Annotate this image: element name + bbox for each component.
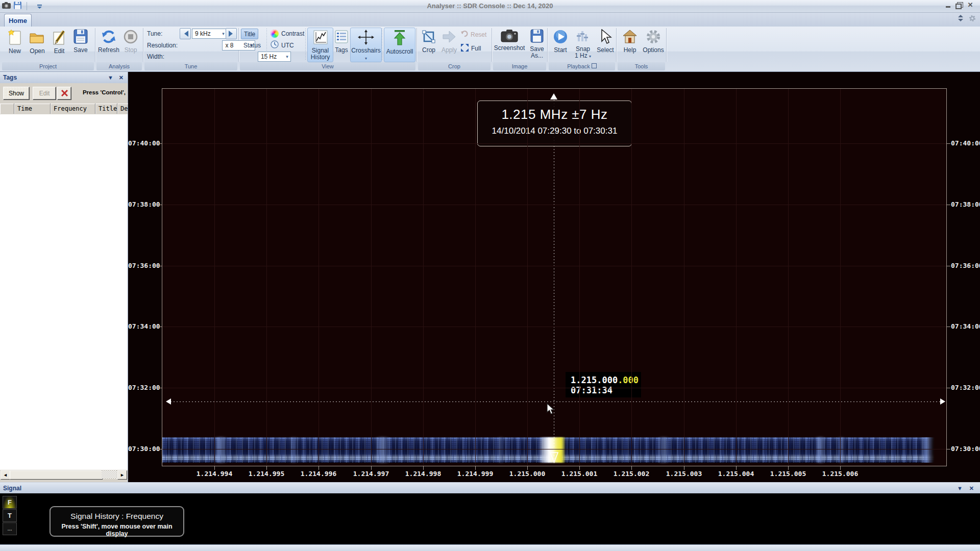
tags-panel-close-icon[interactable]: ✕ [119,72,124,83]
time-axis-label-right: 07:38:00 [951,201,980,208]
time-axis-tick [158,388,162,388]
reset-button[interactable]: Reset [460,30,486,39]
options-button[interactable]: Options [641,28,666,61]
freq-axis-tick [318,466,319,470]
show-button[interactable]: Show [3,87,30,100]
freq-axis-tick [423,466,424,470]
time-axis-label-left: 07:40:00 [128,139,158,147]
time-axis-label-left: 07:32:00 [128,384,158,391]
signal-panel-close-icon[interactable]: ✕ [969,483,974,494]
group-label-tune: Tune [144,62,237,70]
signal-panel: Signal ▼ ✕ F T ... Signal History : Freq… [0,483,980,544]
scrollbar-track[interactable] [102,470,117,479]
gear-icon[interactable] [969,15,976,24]
group-separator [416,28,417,62]
ribbon-tab-row: Home [0,13,980,27]
column-header-blank[interactable] [0,104,14,114]
signal-more-button[interactable]: ... [3,522,17,535]
signal-history-button[interactable]: Signal History [307,28,333,62]
clock-icon [271,40,281,50]
tune-right-button[interactable] [226,28,237,39]
play-icon [550,29,571,46]
full-expand-icon [460,43,471,54]
time-axis-label-left: 07:36:00 [128,262,158,269]
freq-axis-label: 1.215.003 [666,470,702,478]
freq-axis-label: 1.215.001 [561,470,598,478]
new-document-icon [4,29,26,47]
status-toggle[interactable]: Status [243,40,261,50]
edit-tag-button[interactable]: Edit [33,87,56,100]
tags-table-body[interactable] [0,114,128,469]
tags-panel-collapse-icon[interactable]: ▼ [108,72,113,83]
tags-button[interactable]: Tags [333,28,350,61]
group-separator [95,28,95,62]
contrast-wheel-icon [271,30,279,38]
scrollbar-thumb[interactable] [10,470,103,480]
freq-axis-label: 1.215.002 [613,470,650,478]
crosshairs-button[interactable]: Crosshairs ▾ [350,28,382,62]
close-button[interactable]: ✕ [966,2,975,9]
crosshairs-icon [351,30,381,46]
view-separator [305,29,306,60]
start-button[interactable]: Start [550,28,571,61]
crop-button[interactable]: Crop [419,28,439,61]
apply-button[interactable]: Apply [439,28,459,61]
scroll-right-button[interactable]: ► [117,470,127,480]
resolution-label: Resolution: [147,40,184,50]
save-as-button[interactable]: Save As... [528,28,546,61]
freq-axis-label: 1.214.999 [457,470,494,478]
width-combo[interactable]: 15 Hz▾ [258,52,291,62]
time-axis-tick [947,266,950,266]
restore-button[interactable] [954,2,964,9]
refresh-button[interactable]: Refresh [97,28,120,61]
save-button[interactable]: Save [70,28,91,61]
utc-toggle[interactable]: UTC [271,40,294,50]
edit-button[interactable]: Edit [48,28,70,61]
tags-hscrollbar[interactable]: ◄ ► [0,469,128,480]
open-button[interactable]: Open [27,28,48,61]
title-bar: Analyser :: SDR Console :: Dec 14, 2020 … [0,0,980,13]
column-header-title[interactable]: Title [95,104,117,114]
full-button[interactable]: Full [460,43,481,53]
tags-list-icon [333,29,350,46]
contrast-toggle[interactable]: Contrast [271,29,304,38]
tags-panel: Tags ▼ ✕ Show Edit Press 'Control', Time… [0,72,128,482]
signal-frequency-button[interactable]: F [3,496,17,509]
minimize-button[interactable] [943,2,952,9]
screenshot-button[interactable]: Screenshot [493,28,526,61]
new-button[interactable]: New [4,28,26,61]
title-toggle[interactable]: Title [241,29,258,39]
spectrogram-display[interactable]: 1.215 MHz ±7 Hz 14/10/2014 07:29:30 to 0… [128,72,980,482]
time-axis-label-right: 07:32:00 [951,384,980,391]
autoscroll-button[interactable]: Autoscroll [384,28,415,62]
tab-home[interactable]: Home [4,14,32,27]
time-axis-label-left: 07:34:00 [128,322,158,330]
column-header-frequency[interactable]: Frequency [51,104,95,114]
scroll-left-button[interactable]: ◄ [1,470,10,480]
playback-dialog-launcher-icon[interactable] [592,63,597,68]
stop-button[interactable]: Stop [120,28,141,61]
tune-label: Tune: [147,29,178,38]
tune-step-combo[interactable]: 9 kHz▾ [192,29,227,39]
tune-left-button[interactable] [180,28,191,39]
save-as-floppy-icon [528,29,546,45]
ribbon-collapse-icon[interactable] [958,15,964,24]
group-label-view: View [240,62,415,70]
snap-button[interactable]: Snap 1 Hz ▾ [572,28,594,61]
column-header-time[interactable]: Time [14,104,51,114]
time-axis-tick [947,327,950,327]
chevron-down-icon: ▾ [365,56,367,61]
delete-tag-button[interactable] [57,87,71,100]
group-label-tools: Tools [618,62,665,70]
select-button[interactable]: Select [595,28,616,61]
signal-panel-collapse-icon[interactable]: ▼ [957,483,963,494]
freq-axis-tick [214,466,215,470]
signal-time-button[interactable]: T [3,509,17,522]
help-button[interactable]: Help [620,28,640,61]
chevron-down-icon: ▾ [284,54,290,59]
freq-axis-tick [579,466,580,470]
freq-axis-label: 1.214.995 [248,470,285,478]
edit-pencil-icon [48,29,70,47]
group-separator [666,28,667,62]
signal-panel-header: Signal [0,483,980,494]
